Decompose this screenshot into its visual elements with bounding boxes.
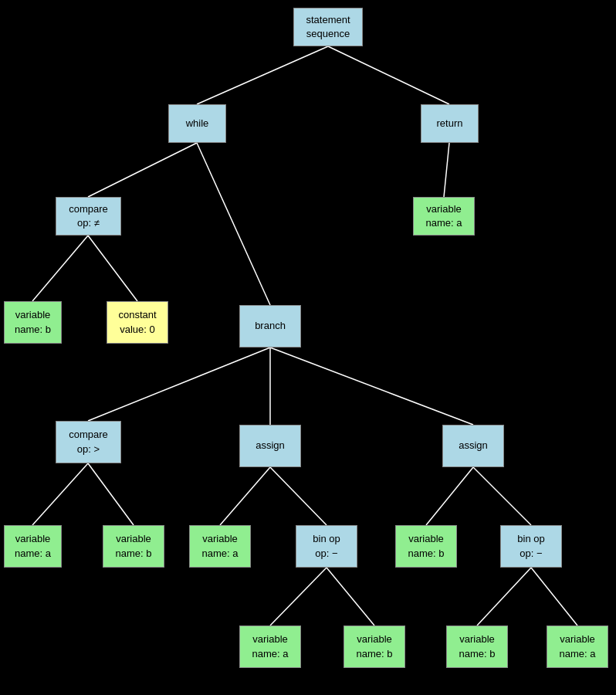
svg-line-3 <box>197 143 270 305</box>
svg-line-13 <box>270 467 327 525</box>
svg-line-9 <box>270 348 473 425</box>
variable_a_leaf2: variablename: a <box>547 626 608 668</box>
svg-line-0 <box>197 46 328 104</box>
svg-line-18 <box>477 568 531 626</box>
statement_sequence: statementsequence <box>293 8 363 46</box>
svg-line-12 <box>220 467 270 525</box>
assign_left: assign <box>239 425 301 467</box>
variable_b: variablename: b <box>4 301 62 344</box>
variable_a_left: variablename: a <box>189 525 251 568</box>
svg-line-7 <box>88 348 270 421</box>
svg-line-10 <box>32 463 88 525</box>
variable_b_leaf2: variablename: b <box>446 626 508 668</box>
svg-line-4 <box>444 143 449 197</box>
variable_b_leaf1: variablename: b <box>344 626 405 668</box>
variable_b_right: variablename: b <box>395 525 457 568</box>
compare_gt: compareop: > <box>56 421 121 463</box>
svg-line-5 <box>32 236 88 301</box>
variable_a_cmp: variablename: a <box>4 525 62 568</box>
svg-line-15 <box>473 467 531 525</box>
return: return <box>421 104 479 143</box>
variable_a_return: variablename: a <box>413 197 475 236</box>
variable_a_leaf1: variablename: a <box>239 626 301 668</box>
branch: branch <box>239 305 301 348</box>
constant_0: constantvalue: 0 <box>107 301 168 344</box>
svg-line-17 <box>327 568 374 626</box>
compare_neq: compareop: ≠ <box>56 197 121 236</box>
binop_minus_right: bin opop: − <box>500 525 562 568</box>
binop_minus_left: bin opop: − <box>296 525 357 568</box>
variable_b_cmp: variablename: b <box>103 525 164 568</box>
svg-line-1 <box>328 46 449 104</box>
assign_right: assign <box>442 425 504 467</box>
svg-line-16 <box>270 568 327 626</box>
svg-line-19 <box>531 568 577 626</box>
svg-line-2 <box>88 143 197 197</box>
svg-line-6 <box>88 236 137 301</box>
while: while <box>168 104 226 143</box>
tree-lines <box>0 0 616 695</box>
svg-line-11 <box>88 463 134 525</box>
svg-line-14 <box>426 467 473 525</box>
